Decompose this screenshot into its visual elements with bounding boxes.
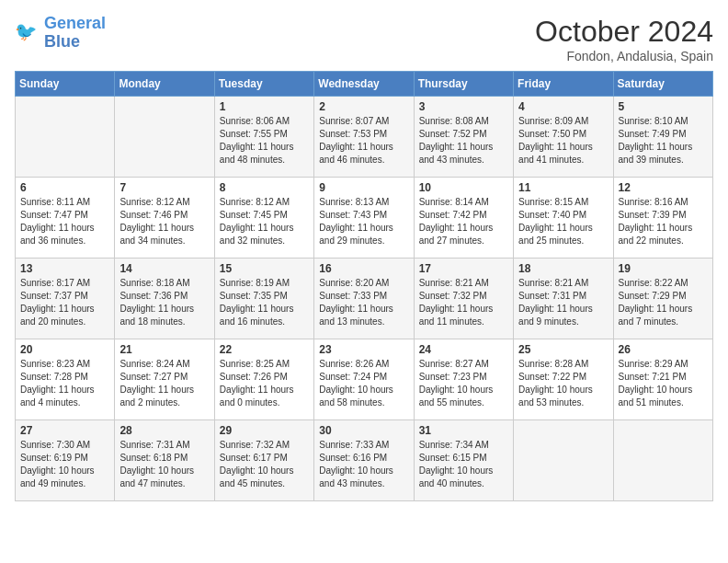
calendar-cell: 13Sunrise: 8:17 AMSunset: 7:37 PMDayligh… [16, 259, 115, 339]
calendar-cell: 27Sunrise: 7:30 AMSunset: 6:19 PMDayligh… [16, 420, 115, 501]
calendar-cell: 20Sunrise: 8:23 AMSunset: 7:28 PMDayligh… [16, 339, 115, 420]
day-info: Sunrise: 8:27 AMSunset: 7:23 PMDaylight:… [419, 358, 508, 409]
day-number: 22 [220, 343, 309, 356]
dow-header-saturday: Saturday [613, 72, 712, 97]
calendar-table: SundayMondayTuesdayWednesdayThursdayFrid… [15, 71, 713, 501]
day-info: Sunrise: 8:20 AMSunset: 7:33 PMDaylight:… [319, 277, 408, 328]
calendar-cell: 14Sunrise: 8:18 AMSunset: 7:36 PMDayligh… [115, 259, 214, 339]
day-info: Sunrise: 8:22 AMSunset: 7:29 PMDaylight:… [619, 277, 708, 328]
calendar-cell: 26Sunrise: 8:29 AMSunset: 7:21 PMDayligh… [613, 339, 712, 420]
day-info: Sunrise: 8:26 AMSunset: 7:24 PMDaylight:… [319, 358, 408, 409]
calendar-cell: 19Sunrise: 8:22 AMSunset: 7:29 PMDayligh… [613, 259, 712, 339]
logo: 🐦 General Blue [15, 15, 106, 52]
day-number: 4 [518, 100, 608, 113]
day-info: Sunrise: 8:09 AMSunset: 7:50 PMDaylight:… [518, 115, 608, 167]
calendar-cell: 3Sunrise: 8:08 AMSunset: 7:52 PMDaylight… [414, 97, 513, 178]
calendar-cell: 2Sunrise: 8:07 AMSunset: 7:53 PMDaylight… [314, 97, 414, 178]
calendar-cell: 16Sunrise: 8:20 AMSunset: 7:33 PMDayligh… [314, 259, 414, 339]
week-row-0: 1Sunrise: 8:06 AMSunset: 7:55 PMDaylight… [16, 97, 713, 178]
day-info: Sunrise: 8:19 AMSunset: 7:35 PMDaylight:… [220, 277, 309, 328]
day-number: 18 [518, 262, 608, 275]
day-info: Sunrise: 8:17 AMSunset: 7:37 PMDaylight:… [20, 277, 109, 328]
calendar-cell: 18Sunrise: 8:21 AMSunset: 7:31 PMDayligh… [514, 259, 613, 339]
calendar-cell: 6Sunrise: 8:11 AMSunset: 7:47 PMDaylight… [16, 178, 115, 259]
day-number: 10 [419, 181, 508, 194]
calendar-cell: 10Sunrise: 8:14 AMSunset: 7:42 PMDayligh… [414, 178, 513, 259]
week-row-3: 20Sunrise: 8:23 AMSunset: 7:28 PMDayligh… [16, 339, 713, 420]
day-number: 9 [319, 181, 408, 194]
day-number: 11 [518, 181, 608, 194]
calendar-cell [613, 420, 712, 501]
svg-text:🐦: 🐦 [15, 20, 38, 42]
dow-header-wednesday: Wednesday [314, 72, 414, 97]
calendar-cell: 23Sunrise: 8:26 AMSunset: 7:24 PMDayligh… [314, 339, 414, 420]
day-info: Sunrise: 8:12 AMSunset: 7:45 PMDaylight:… [220, 196, 309, 247]
day-number: 12 [619, 181, 708, 194]
calendar-cell: 11Sunrise: 8:15 AMSunset: 7:40 PMDayligh… [514, 178, 613, 259]
calendar-cell [16, 97, 115, 178]
day-info: Sunrise: 8:25 AMSunset: 7:26 PMDaylight:… [220, 358, 309, 409]
calendar-cell [115, 97, 214, 178]
day-number: 23 [319, 343, 408, 356]
day-number: 13 [20, 262, 109, 275]
day-info: Sunrise: 8:24 AMSunset: 7:27 PMDaylight:… [119, 358, 209, 409]
logo-bird-icon: 🐦 [15, 18, 40, 44]
day-number: 3 [419, 100, 508, 113]
day-number: 26 [619, 343, 708, 356]
week-row-2: 13Sunrise: 8:17 AMSunset: 7:37 PMDayligh… [16, 259, 713, 339]
location: Fondon, Andalusia, Spain [535, 49, 713, 63]
day-number: 8 [220, 181, 309, 194]
day-number: 1 [220, 100, 309, 113]
day-info: Sunrise: 8:16 AMSunset: 7:39 PMDaylight:… [619, 196, 708, 247]
day-number: 6 [20, 181, 109, 194]
calendar-cell: 17Sunrise: 8:21 AMSunset: 7:32 PMDayligh… [414, 259, 513, 339]
day-number: 20 [20, 343, 109, 356]
day-info: Sunrise: 8:21 AMSunset: 7:32 PMDaylight:… [419, 277, 508, 328]
week-row-4: 27Sunrise: 7:30 AMSunset: 6:19 PMDayligh… [16, 420, 713, 501]
day-number: 27 [20, 424, 109, 437]
day-info: Sunrise: 8:15 AMSunset: 7:40 PMDaylight:… [518, 196, 608, 247]
day-number: 24 [419, 343, 508, 356]
day-number: 16 [319, 262, 408, 275]
day-info: Sunrise: 8:08 AMSunset: 7:52 PMDaylight:… [419, 115, 508, 167]
dow-header-friday: Friday [514, 72, 613, 97]
dow-header-tuesday: Tuesday [214, 72, 313, 97]
day-number: 19 [619, 262, 708, 275]
calendar-cell: 30Sunrise: 7:33 AMSunset: 6:16 PMDayligh… [314, 420, 414, 501]
page-header: 🐦 General Blue October 2024 Fondon, Anda… [15, 15, 713, 63]
day-number: 17 [419, 262, 508, 275]
day-info: Sunrise: 7:32 AMSunset: 6:17 PMDaylight:… [220, 439, 309, 490]
week-row-1: 6Sunrise: 8:11 AMSunset: 7:47 PMDaylight… [16, 178, 713, 259]
day-number: 25 [518, 343, 608, 356]
title-block: October 2024 Fondon, Andalusia, Spain [535, 15, 713, 63]
calendar-cell: 25Sunrise: 8:28 AMSunset: 7:22 PMDayligh… [514, 339, 613, 420]
calendar-cell: 24Sunrise: 8:27 AMSunset: 7:23 PMDayligh… [414, 339, 513, 420]
day-info: Sunrise: 8:11 AMSunset: 7:47 PMDaylight:… [20, 196, 109, 247]
dow-header-sunday: Sunday [16, 72, 115, 97]
day-number: 31 [419, 424, 508, 437]
day-info: Sunrise: 8:21 AMSunset: 7:31 PMDaylight:… [518, 277, 608, 328]
day-number: 28 [119, 424, 209, 437]
day-of-week-header-row: SundayMondayTuesdayWednesdayThursdayFrid… [16, 72, 713, 97]
calendar-cell: 8Sunrise: 8:12 AMSunset: 7:45 PMDaylight… [214, 178, 313, 259]
day-info: Sunrise: 8:07 AMSunset: 7:53 PMDaylight:… [319, 115, 408, 167]
month-title: October 2024 [535, 15, 713, 49]
calendar-cell: 5Sunrise: 8:10 AMSunset: 7:49 PMDaylight… [613, 97, 712, 178]
calendar-cell: 22Sunrise: 8:25 AMSunset: 7:26 PMDayligh… [214, 339, 313, 420]
day-info: Sunrise: 8:29 AMSunset: 7:21 PMDaylight:… [619, 358, 708, 409]
calendar-cell: 15Sunrise: 8:19 AMSunset: 7:35 PMDayligh… [214, 259, 313, 339]
day-info: Sunrise: 8:10 AMSunset: 7:49 PMDaylight:… [619, 115, 708, 167]
day-info: Sunrise: 7:34 AMSunset: 6:15 PMDaylight:… [419, 439, 508, 490]
logo-text: General Blue [44, 15, 106, 52]
day-number: 15 [220, 262, 309, 275]
day-info: Sunrise: 8:06 AMSunset: 7:55 PMDaylight:… [220, 115, 309, 167]
calendar-cell: 21Sunrise: 8:24 AMSunset: 7:27 PMDayligh… [115, 339, 214, 420]
dow-header-thursday: Thursday [414, 72, 513, 97]
day-info: Sunrise: 8:13 AMSunset: 7:43 PMDaylight:… [319, 196, 408, 247]
day-number: 5 [619, 100, 708, 113]
day-info: Sunrise: 7:31 AMSunset: 6:18 PMDaylight:… [119, 439, 209, 490]
day-info: Sunrise: 8:23 AMSunset: 7:28 PMDaylight:… [20, 358, 109, 409]
day-number: 2 [319, 100, 408, 113]
day-info: Sunrise: 8:12 AMSunset: 7:46 PMDaylight:… [119, 196, 209, 247]
calendar-cell: 31Sunrise: 7:34 AMSunset: 6:15 PMDayligh… [414, 420, 513, 501]
